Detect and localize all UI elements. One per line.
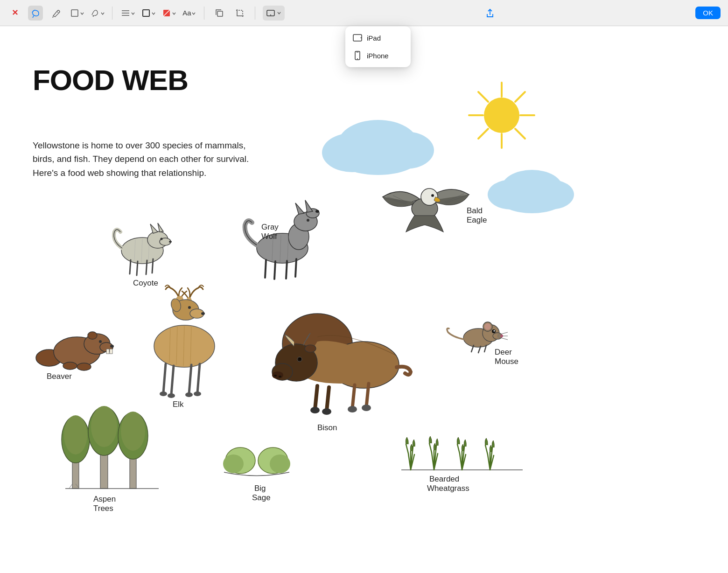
svg-point-38 xyxy=(161,238,163,240)
aspen-trees-illustration xyxy=(62,406,159,489)
toolbar: ✕ xyxy=(0,0,728,26)
svg-line-40 xyxy=(130,260,131,274)
svg-point-65 xyxy=(432,195,434,196)
svg-point-80 xyxy=(77,363,91,370)
svg-line-42 xyxy=(146,260,147,274)
document-canvas[interactable]: Coyote xyxy=(0,52,728,573)
svg-line-91 xyxy=(197,364,200,393)
divider-2 xyxy=(204,7,204,20)
svg-point-123 xyxy=(494,330,495,332)
svg-point-86 xyxy=(188,306,191,309)
arrange-button[interactable] xyxy=(120,6,135,21)
wheatgrass-label-line1: Bearded xyxy=(429,475,459,483)
svg-line-88 xyxy=(163,364,166,393)
svg-rect-78 xyxy=(110,349,112,354)
svg-point-95 xyxy=(194,391,201,396)
svg-line-55 xyxy=(265,260,266,278)
svg-line-20 xyxy=(478,92,488,102)
mouse-label-line1: Deer xyxy=(495,348,512,356)
coyote-illustration xyxy=(114,223,172,275)
svg-line-56 xyxy=(274,261,275,279)
svg-point-85 xyxy=(201,312,205,315)
svg-rect-11 xyxy=(353,35,362,41)
preview-ipad-item[interactable]: iPad xyxy=(345,29,411,47)
svg-point-92 xyxy=(160,391,167,396)
svg-rect-0 xyxy=(71,10,78,16)
svg-rect-77 xyxy=(106,349,109,354)
svg-line-110 xyxy=(315,386,317,409)
iphone-label: iPhone xyxy=(367,52,389,60)
wolf-label-line2: Wolf xyxy=(261,232,277,241)
svg-line-58 xyxy=(295,259,296,277)
beaver-illustration xyxy=(36,332,114,370)
bison-illustration xyxy=(272,314,411,415)
svg-line-23 xyxy=(478,129,488,139)
ipad-label: iPad xyxy=(367,34,381,42)
svg-point-79 xyxy=(63,362,77,370)
svg-line-57 xyxy=(286,261,287,279)
cloud-2-illustration xyxy=(488,170,574,213)
svg-point-125 xyxy=(484,323,491,330)
svg-point-10 xyxy=(270,14,271,15)
smart-annotate-button[interactable] xyxy=(90,6,105,21)
svg-line-142 xyxy=(69,484,72,489)
close-button[interactable]: ✕ xyxy=(7,6,22,21)
svg-point-28 xyxy=(336,140,420,175)
crop-button[interactable] xyxy=(232,6,247,21)
shapes-dropdown-button[interactable] xyxy=(69,6,84,21)
eagle-label-line1: Bald xyxy=(467,206,483,215)
sage-label-line1: Big xyxy=(254,484,266,493)
svg-point-1 xyxy=(92,15,94,16)
svg-line-111 xyxy=(327,387,329,411)
svg-line-22 xyxy=(515,92,525,102)
stroke-style-button[interactable] xyxy=(140,6,155,21)
svg-line-43 xyxy=(152,259,153,273)
svg-point-137 xyxy=(91,406,117,447)
share-button[interactable] xyxy=(483,6,497,21)
svg-point-53 xyxy=(307,219,309,222)
text-style-button[interactable]: Aa xyxy=(182,6,196,21)
svg-point-109 xyxy=(305,345,316,352)
duplicate-button[interactable] xyxy=(212,6,227,21)
aspen-label-line1: Aspen xyxy=(93,495,116,503)
svg-point-81 xyxy=(88,332,97,339)
divider-1 xyxy=(112,7,112,20)
svg-point-145 xyxy=(223,454,244,473)
svg-marker-37 xyxy=(158,223,163,232)
preview-dropdown: iPad iPhone xyxy=(345,26,411,67)
svg-point-108 xyxy=(299,358,301,360)
wolf-illustration xyxy=(245,200,319,279)
svg-point-94 xyxy=(185,392,193,397)
wolf-label-line1: Gray xyxy=(261,223,279,231)
svg-marker-51 xyxy=(295,203,304,214)
big-sage-illustration xyxy=(223,447,290,476)
coyote-label: Coyote xyxy=(133,279,158,287)
svg-point-114 xyxy=(310,407,320,413)
lasso-tool-button[interactable] xyxy=(28,6,43,21)
elk-label: Elk xyxy=(173,400,184,409)
svg-point-75 xyxy=(110,345,114,348)
svg-marker-36 xyxy=(150,224,158,233)
svg-point-39 xyxy=(169,241,172,243)
eagle-illustration xyxy=(383,189,469,232)
wheatgrass-label-line2: Wheatgrass xyxy=(427,484,469,493)
ok-button[interactable]: OK xyxy=(695,7,721,19)
svg-point-93 xyxy=(168,393,175,398)
elk-illustration xyxy=(154,285,215,398)
svg-line-112 xyxy=(352,385,355,408)
preview-iphone-item[interactable]: iPhone xyxy=(345,47,411,64)
preview-device-button[interactable] xyxy=(263,6,285,21)
svg-point-115 xyxy=(322,408,331,415)
svg-line-90 xyxy=(189,365,191,394)
divider-3 xyxy=(255,7,255,20)
svg-point-134 xyxy=(64,415,87,454)
svg-rect-8 xyxy=(217,11,223,16)
sage-label-line2: Sage xyxy=(252,493,271,502)
bison-label: Bison xyxy=(317,423,337,432)
svg-point-116 xyxy=(348,406,357,412)
svg-point-76 xyxy=(99,340,102,343)
svg-point-147 xyxy=(270,454,290,473)
fill-color-button[interactable] xyxy=(161,6,176,21)
svg-point-106 xyxy=(279,376,281,377)
marker-tool-button[interactable] xyxy=(49,6,63,21)
